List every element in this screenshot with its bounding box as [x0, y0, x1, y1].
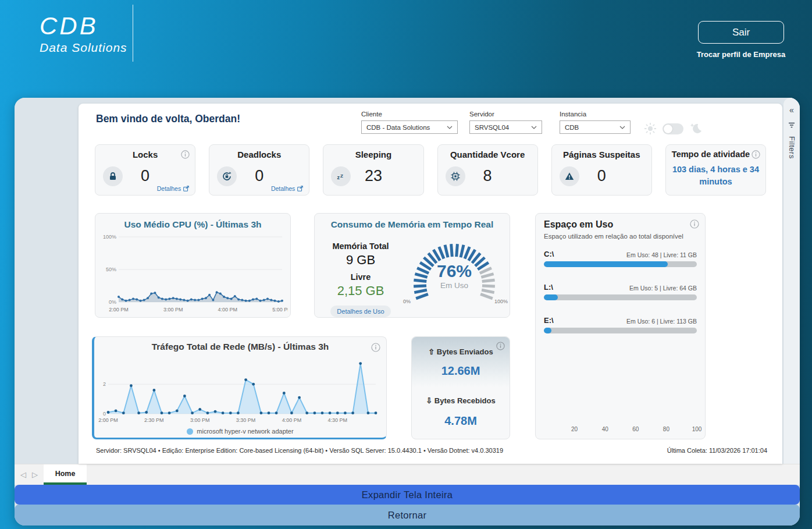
svg-text:3:00 PM: 3:00 PM — [163, 307, 183, 313]
instancia-label: Instancia — [560, 111, 631, 118]
servidor-selector: Servidor SRVSQL04 — [469, 111, 542, 134]
svg-text:2:00 PM: 2:00 PM — [98, 417, 118, 423]
tab-nav-arrows: ◁ ▷ — [15, 464, 44, 485]
svg-text:3:00 PM: 3:00 PM — [190, 417, 210, 423]
chevron-down-icon — [531, 126, 537, 129]
kpi-value: 0 — [552, 167, 651, 185]
expand-fullscreen-button[interactable]: Expandir Tela Inteira — [15, 485, 800, 505]
external-link-icon — [297, 185, 304, 192]
kpi-value: 0 — [95, 167, 195, 185]
disk-row: L:\ Em Uso: 5 | Livre: 64 GB — [544, 283, 697, 300]
disk-panel-title: Espaço em Uso — [544, 219, 705, 230]
welcome-message: Bem vindo de volta, Oberdan! — [96, 113, 240, 125]
cliente-label: Cliente — [361, 111, 458, 118]
page-tab-bar: ◁ ▷ Home — [15, 464, 800, 485]
disk-usage-caption: Em Uso: 6 | Livre: 113 GB — [626, 318, 697, 325]
disk-usage-bar[interactable] — [544, 294, 697, 300]
cpu-chart-title: Uso Médio CPU (%) - Últimas 3h — [95, 219, 290, 230]
cpu-line-chart: 0%50%100%2:00 PM3:00 PM4:00 PM5:00 PM — [98, 232, 288, 314]
report-canvas: Bem vindo de volta, Oberdan! Cliente CDB… — [15, 98, 800, 464]
disk-usage-bar[interactable] — [544, 328, 697, 333]
filter-icon — [788, 122, 795, 128]
svg-text:100%: 100% — [103, 234, 116, 240]
memory-details-button[interactable]: Detalhes de Uso — [330, 306, 390, 317]
kpi-card-deadlocks: Deadlocks 0 Detalhes — [209, 144, 309, 196]
disk-axis-tick: 100 — [692, 426, 702, 432]
locks-details-link[interactable]: Detalhes — [157, 185, 190, 192]
memory-card: Consumo de Memória em Tempo Real Memória… — [314, 213, 510, 318]
svg-text:0%: 0% — [109, 299, 116, 305]
filters-rail: « Filters — [783, 98, 800, 464]
bytes-card: ⇧ Bytes Enviados 12.66M ⇩ Bytes Recebido… — [411, 336, 510, 439]
servidor-dropdown[interactable]: SRVSQL04 — [469, 120, 542, 134]
return-button[interactable]: Retornar — [15, 505, 800, 526]
disk-axis-tick: 60 — [632, 426, 639, 432]
info-icon[interactable] — [371, 343, 380, 352]
kpi-title: Sleeping — [323, 150, 423, 159]
memory-total-value: 9 GB — [324, 253, 397, 268]
bytes-received-value: 4.78M — [412, 414, 510, 428]
disk-usage-bar[interactable] — [544, 261, 697, 267]
disk-axis-tick: 40 — [602, 426, 608, 432]
memory-free-value: 2,15 GB — [324, 283, 397, 299]
disk-usage-caption: Em Uso: 48 | Livre: 11 GB — [626, 251, 697, 258]
memory-card-title: Consumo de Memória em Tempo Real — [315, 219, 510, 230]
switch-company-profile-link[interactable]: Trocar perfil de Empresa — [686, 50, 796, 59]
logo-line2: Data Solutions — [40, 41, 127, 55]
uptime-value: 103 dias, 4 horas e 34 minutos — [669, 164, 762, 188]
instancia-selector: Instancia CDB — [560, 111, 631, 134]
svg-text:4:30 PM: 4:30 PM — [328, 417, 348, 423]
svg-text:3:30 PM: 3:30 PM — [236, 417, 256, 423]
kpi-card-suspect-pages: Páginas Suspeitas 0 — [551, 144, 652, 196]
kpi-title: Quantidade Vcore — [438, 150, 537, 159]
info-icon[interactable] — [690, 219, 699, 229]
moon-icon — [689, 122, 703, 135]
cpu-usage-chart-card: Uso Médio CPU (%) - Últimas 3h 0%50%100%… — [95, 213, 291, 318]
network-chart-title: Tráfego Total de Rede (MB/s) - Últimas 3… — [94, 342, 386, 352]
company-logo: CDB Data Solutions — [40, 14, 127, 55]
details-label: Detalhes — [157, 185, 181, 192]
disk-panel-subtitle: Espaço utilizado em relação ao total dis… — [544, 233, 705, 240]
filters-panel-label[interactable]: Filters — [788, 136, 796, 159]
info-icon[interactable] — [496, 342, 505, 350]
bytes-received-label: ⇩ Bytes Recebidos — [412, 396, 510, 405]
servidor-label: Servidor — [469, 111, 542, 118]
disk-row: E:\ Em Uso: 6 | Livre: 113 GB — [544, 316, 697, 333]
kpi-title: Páginas Suspeitas — [552, 150, 651, 159]
details-label: Detalhes — [271, 185, 295, 192]
logout-button[interactable]: Sair — [698, 21, 784, 44]
disk-row: C:\ Em Uso: 48 | Livre: 11 GB — [544, 250, 697, 267]
svg-text:0: 0 — [103, 411, 106, 417]
tab-home[interactable]: Home — [44, 464, 87, 485]
disk-axis: 20406080100 — [544, 426, 697, 433]
kpi-card-sleeping: Sleeping zZ 23 — [323, 144, 423, 196]
kpi-title: Deadlocks — [209, 150, 309, 159]
tab-next-icon[interactable]: ▷ — [32, 470, 38, 479]
kpi-card-locks: Locks 0 Detalhes — [95, 144, 195, 196]
disk-usage-caption: Em Uso: 5 | Livre: 64 GB — [629, 285, 697, 292]
info-icon[interactable] — [752, 150, 760, 159]
logo-line1: CDB — [40, 14, 127, 38]
tab-prev-icon[interactable]: ◁ — [20, 470, 26, 479]
info-icon[interactable] — [181, 150, 190, 159]
kpi-value: 8 — [438, 167, 537, 185]
gauge-min-label: 0% — [403, 299, 411, 304]
memory-free-label: Livre — [324, 272, 397, 282]
svg-text:50%: 50% — [106, 267, 116, 272]
kpi-card-uptime: Tempo de atividade 103 dias, 4 horas e 3… — [665, 144, 766, 196]
memory-gauge-ticks — [402, 231, 507, 307]
cliente-dropdown[interactable]: CDB - Data Solutions — [361, 120, 458, 134]
cliente-value: CDB - Data Solutions — [366, 124, 430, 131]
dashboard-page: Bem vindo de volta, Oberdan! Cliente CDB… — [79, 104, 782, 464]
kpi-value: 23 — [323, 167, 423, 185]
theme-toggle[interactable] — [663, 123, 683, 134]
sun-icon — [644, 122, 657, 135]
network-traffic-chart-card[interactable]: Tráfego Total de Rede (MB/s) - Últimas 3… — [92, 336, 387, 439]
disk-bars: C:\ Em Uso: 48 | Livre: 11 GB L:\ Em Uso… — [544, 250, 697, 349]
collapse-filters-icon[interactable]: « — [789, 106, 794, 114]
svg-text:5:00 PM: 5:00 PM — [272, 307, 288, 313]
instancia-dropdown[interactable]: CDB — [560, 120, 631, 134]
network-line-chart: 022:00 PM2:30 PM3:00 PM3:30 PM4:00 PM4:3… — [95, 353, 384, 424]
server-info-bar: Servidor: SRVSQL04 • Edição: Enterprise … — [96, 447, 767, 454]
deadlocks-details-link[interactable]: Detalhes — [271, 185, 304, 192]
